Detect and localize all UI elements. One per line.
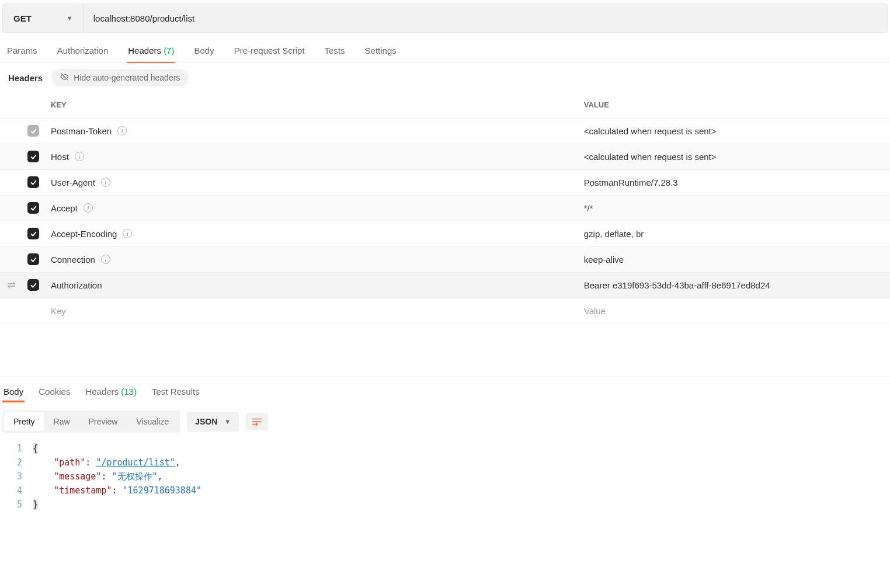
table-row[interactable]: ⇌Connectionikeep-alive: [0, 246, 890, 272]
view-mode-raw[interactable]: Raw: [44, 412, 79, 431]
headers-table: KEY VALUE ⇌Postman-Tokeni<calculated whe…: [0, 92, 890, 324]
request-url-input[interactable]: localhost:8080/product/list: [84, 4, 887, 32]
eye-slash-icon: [60, 72, 69, 83]
chevron-down-icon: ▼: [224, 418, 231, 425]
tab-body[interactable]: Body: [193, 41, 215, 62]
request-url-text: localhost:8080/product/list: [93, 13, 194, 23]
header-value: <calculated when request is sent>: [584, 126, 717, 136]
tab-settings[interactable]: Settings: [364, 41, 398, 62]
table-row[interactable]: ⇌Postman-Tokeni<calculated when request …: [0, 118, 890, 144]
header-key: Accept-Encoding: [51, 229, 117, 239]
header-value: Bearer e319f693-53dd-43ba-afff-8e6917ed8…: [584, 280, 770, 290]
tab-params[interactable]: Params: [6, 41, 39, 62]
header-checkbox[interactable]: [27, 176, 39, 188]
view-mode-pretty[interactable]: Pretty: [4, 412, 44, 431]
header-checkbox[interactable]: [27, 202, 39, 214]
table-row-new[interactable]: KeyValue: [0, 298, 890, 323]
hide-autogenerated-toggle[interactable]: Hide auto-generated headers: [52, 69, 188, 86]
headers-subbar: Headers Hide auto-generated headers: [0, 63, 890, 92]
hide-autogenerated-label: Hide auto-generated headers: [74, 73, 180, 82]
view-mode-preview[interactable]: Preview: [79, 412, 127, 431]
response-tab-body[interactable]: Body: [2, 383, 25, 402]
response-toolbar: Pretty Raw Preview Visualize JSON ▼: [0, 402, 890, 441]
request-tabs: Params Authorization Headers (7) Body Pr…: [0, 33, 890, 63]
table-row[interactable]: ⇌User-AgentiPostmanRuntime/7.28.3: [0, 169, 890, 195]
chevron-down-icon: ▼: [67, 15, 73, 22]
header-value: gzip, deflate, br: [584, 229, 644, 239]
response-format-label: JSON: [195, 417, 217, 426]
header-value: keep-alive: [584, 255, 624, 265]
table-row[interactable]: ⇌Accepti*/*: [0, 195, 890, 221]
key-placeholder[interactable]: Key: [51, 306, 66, 316]
response-format-selector[interactable]: JSON ▼: [187, 412, 239, 432]
header-key: Host: [51, 152, 69, 162]
wrap-lines-button[interactable]: [246, 413, 268, 430]
header-value: */*: [584, 203, 593, 213]
info-icon[interactable]: i: [84, 203, 93, 213]
info-icon[interactable]: i: [117, 126, 127, 135]
request-url-bar: GET ▼ localhost:8080/product/list: [2, 4, 888, 33]
info-icon[interactable]: i: [101, 255, 110, 264]
header-checkbox[interactable]: [27, 228, 39, 239]
tab-headers[interactable]: Headers (7): [127, 41, 175, 62]
view-mode-group: Pretty Raw Preview Visualize: [2, 410, 180, 433]
value-placeholder[interactable]: Value: [584, 306, 606, 316]
header-checkbox[interactable]: [27, 253, 39, 265]
http-method-selector[interactable]: GET ▼: [3, 4, 84, 32]
info-icon[interactable]: i: [75, 152, 84, 161]
response-tab-cookies[interactable]: Cookies: [37, 383, 71, 402]
column-value: VALUE: [578, 92, 890, 118]
response-tab-headers[interactable]: Headers (13): [84, 383, 138, 402]
tab-authorization[interactable]: Authorization: [56, 41, 110, 62]
header-value: <calculated when request is sent>: [584, 152, 717, 162]
tab-pre-request-script[interactable]: Pre-request Script: [233, 41, 306, 62]
info-icon[interactable]: i: [101, 178, 110, 187]
header-key: User-Agent: [51, 178, 95, 187]
table-row[interactable]: ⇌Accept-Encodingigzip, deflate, br: [0, 221, 890, 246]
drag-handle-icon[interactable]: ⇌: [6, 279, 16, 291]
response-tab-test-results[interactable]: Test Results: [151, 383, 201, 402]
response-section: Body Cookies Headers (13) Test Results P…: [0, 377, 890, 531]
header-key: Authorization: [51, 280, 102, 290]
table-row[interactable]: ⇌Hosti<calculated when request is sent>: [0, 144, 890, 169]
tab-tests[interactable]: Tests: [324, 41, 346, 62]
table-row[interactable]: ⇌AuthorizationBearer e319f693-53dd-43ba-…: [0, 272, 890, 298]
response-tabs: Body Cookies Headers (13) Test Results: [0, 377, 890, 402]
header-value: PostmanRuntime/7.28.3: [584, 178, 678, 187]
header-checkbox[interactable]: [27, 125, 39, 137]
header-key: Postman-Token: [51, 126, 112, 136]
header-key: Accept: [51, 203, 78, 213]
view-mode-visualize[interactable]: Visualize: [127, 412, 178, 431]
header-checkbox[interactable]: [27, 279, 39, 291]
column-key: KEY: [45, 92, 578, 118]
response-json-view[interactable]: 1{ 2 "path": "/product/list", 3 "message…: [0, 441, 890, 531]
header-checkbox[interactable]: [27, 151, 39, 162]
header-key: Connection: [51, 255, 95, 265]
wrap-lines-icon: [252, 417, 262, 426]
headers-title: Headers: [8, 73, 43, 83]
info-icon[interactable]: i: [123, 229, 132, 238]
http-method-label: GET: [13, 13, 32, 23]
